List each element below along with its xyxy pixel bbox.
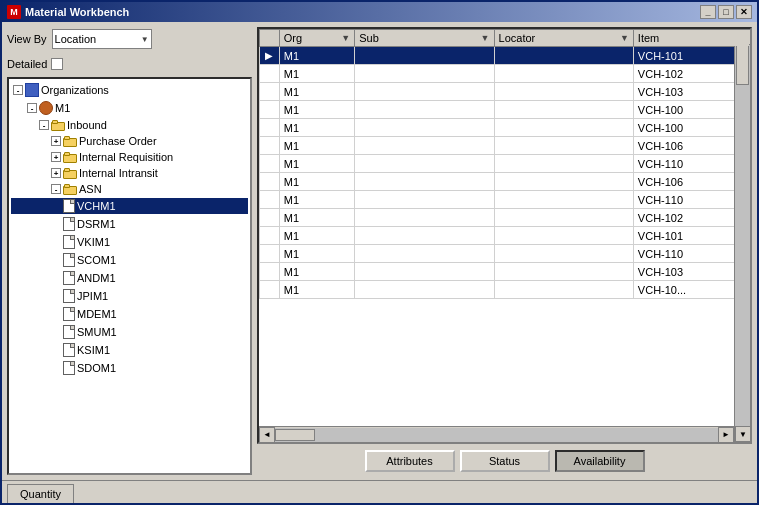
tree-label-mdem1: MDEM1	[77, 308, 117, 320]
minimize-button[interactable]: _	[700, 5, 716, 19]
availability-button[interactable]: Availability	[555, 450, 645, 472]
horizontal-scrollbar[interactable]: ◄ ►	[259, 426, 734, 442]
tree-item-andm1[interactable]: ANDM1	[11, 269, 248, 287]
table-row[interactable]: M1VCH-110	[260, 155, 750, 173]
col-locator-label: Locator	[499, 32, 536, 44]
tree-item-it[interactable]: + Internal Intransit	[11, 165, 248, 181]
table-row[interactable]: M1VCH-102	[260, 209, 750, 227]
col-locator[interactable]: Locator ▼	[494, 30, 633, 47]
table-cell	[494, 173, 633, 191]
tree-item-content-mdem1[interactable]: MDEM1	[11, 306, 248, 322]
table-row[interactable]: M1VCH-110	[260, 191, 750, 209]
tree-item-content-sdom1[interactable]: SDOM1	[11, 360, 248, 376]
tab-quantity[interactable]: Quantity	[7, 484, 74, 504]
tree-item-mdem1[interactable]: MDEM1	[11, 305, 248, 323]
col-sub[interactable]: Sub ▼	[355, 30, 494, 47]
table-row[interactable]: ▶M1VCH-101	[260, 47, 750, 65]
tree-item-inbound[interactable]: - Inbound	[11, 117, 248, 133]
table-row[interactable]: M1VCH-101	[260, 227, 750, 245]
vertical-scrollbar[interactable]: ▲ ▼	[734, 29, 750, 442]
tree-item-m1[interactable]: - M1	[11, 99, 248, 117]
h-scroll-track[interactable]	[275, 428, 718, 442]
tree-container[interactable]: - Organizations - M1	[7, 77, 252, 475]
doc-icon-smum1	[63, 325, 75, 339]
close-button[interactable]: ✕	[736, 5, 752, 19]
tree-item-content-inbound[interactable]: - Inbound	[11, 118, 248, 132]
col-sub-label: Sub	[359, 32, 379, 44]
scroll-thumb[interactable]	[736, 45, 749, 85]
view-by-dropdown[interactable]: Location ▼	[52, 29, 152, 49]
tree-item-content-vkim1[interactable]: VKIM1	[11, 234, 248, 250]
scroll-down-button[interactable]: ▼	[735, 426, 751, 442]
table-cell	[355, 47, 494, 65]
tree-item-vchm1[interactable]: VCHM1	[11, 197, 248, 215]
tree-item-scom1[interactable]: SCOM1	[11, 251, 248, 269]
tree-item-content-jpim1[interactable]: JPIM1	[11, 288, 248, 304]
tree-item-content-andm1[interactable]: ANDM1	[11, 270, 248, 286]
table-cell: M1	[279, 245, 354, 263]
tree-item-sdom1[interactable]: SDOM1	[11, 359, 248, 377]
tree-item-content-smum1[interactable]: SMUM1	[11, 324, 248, 340]
table-cell	[494, 263, 633, 281]
col-item[interactable]: Item	[633, 30, 749, 47]
scroll-track[interactable]	[735, 45, 750, 426]
table-container[interactable]: Org ▼ Sub ▼	[257, 27, 752, 444]
tree-item-smum1[interactable]: SMUM1	[11, 323, 248, 341]
maximize-button[interactable]: □	[718, 5, 734, 19]
scroll-left-button[interactable]: ◄	[259, 427, 275, 443]
tree-item-content-asn[interactable]: - ASN	[11, 182, 248, 196]
table-row[interactable]: M1VCH-106	[260, 173, 750, 191]
expand-icon-org[interactable]: -	[13, 85, 23, 95]
table-row[interactable]: M1VCH-106	[260, 137, 750, 155]
table-cell	[494, 65, 633, 83]
table-cell	[494, 227, 633, 245]
table-row[interactable]: M1VCH-110	[260, 245, 750, 263]
col-item-label: Item	[638, 32, 659, 44]
tree-item-content-po[interactable]: + Purchase Order	[11, 134, 248, 148]
tree-item-content-org[interactable]: - Organizations	[11, 82, 248, 98]
table-cell	[494, 209, 633, 227]
tree-item-org[interactable]: - Organizations	[11, 81, 248, 99]
detailed-checkbox[interactable]	[51, 58, 63, 70]
tree-item-content-vchm1[interactable]: VCHM1	[11, 198, 248, 214]
tree-item-content-ir[interactable]: + Internal Requisition	[11, 150, 248, 164]
scroll-right-button[interactable]: ►	[718, 427, 734, 443]
tree-item-po[interactable]: + Purchase Order	[11, 133, 248, 149]
table-row[interactable]: M1VCH-10...	[260, 281, 750, 299]
expand-icon-inbound[interactable]: -	[39, 120, 49, 130]
tree-item-content-scom1[interactable]: SCOM1	[11, 252, 248, 268]
table-cell: M1	[279, 119, 354, 137]
expand-icon-asn[interactable]: -	[51, 184, 61, 194]
table-row[interactable]: M1VCH-103	[260, 83, 750, 101]
table-row[interactable]: M1VCH-100	[260, 119, 750, 137]
tree-item-dsrm1[interactable]: DSRM1	[11, 215, 248, 233]
dropdown-arrow-icon: ▼	[141, 35, 149, 44]
attributes-button[interactable]: Attributes	[365, 450, 455, 472]
tree-item-content-it[interactable]: + Internal Intransit	[11, 166, 248, 180]
tree-item-ir[interactable]: + Internal Requisition	[11, 149, 248, 165]
tree-item-content-ksim1[interactable]: KSIM1	[11, 342, 248, 358]
col-org[interactable]: Org ▼	[279, 30, 354, 47]
table-row[interactable]: M1VCH-102	[260, 65, 750, 83]
table-cell: VCH-100	[633, 119, 749, 137]
tree-item-jpim1[interactable]: JPIM1	[11, 287, 248, 305]
status-button[interactable]: Status	[460, 450, 550, 472]
table-cell	[494, 119, 633, 137]
table-cell	[355, 245, 494, 263]
tree-item-vkim1[interactable]: VKIM1	[11, 233, 248, 251]
tree-label-andm1: ANDM1	[77, 272, 116, 284]
main-content: View By Location ▼ Detailed - Organiz	[2, 22, 757, 480]
expand-icon-m1[interactable]: -	[27, 103, 37, 113]
table-cell	[260, 173, 280, 191]
expand-icon-po[interactable]: +	[51, 136, 61, 146]
expand-icon-ir[interactable]: +	[51, 152, 61, 162]
expand-icon-it[interactable]: +	[51, 168, 61, 178]
tree-item-content-dsrm1[interactable]: DSRM1	[11, 216, 248, 232]
tree-item-ksim1[interactable]: KSIM1	[11, 341, 248, 359]
h-scroll-thumb[interactable]	[275, 429, 315, 441]
table-cell: M1	[279, 173, 354, 191]
table-row[interactable]: M1VCH-100	[260, 101, 750, 119]
table-row[interactable]: M1VCH-103	[260, 263, 750, 281]
tree-item-asn[interactable]: - ASN	[11, 181, 248, 197]
tree-item-content-m1[interactable]: - M1	[11, 100, 248, 116]
